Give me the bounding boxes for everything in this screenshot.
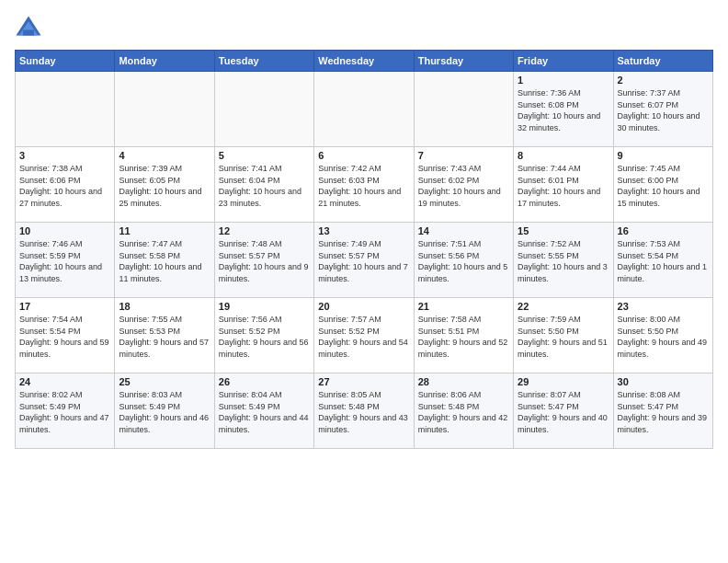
day-cell: 15Sunrise: 7:52 AMSunset: 5:55 PMDayligh…	[514, 223, 613, 298]
day-cell: 8Sunrise: 7:44 AMSunset: 6:01 PMDaylight…	[514, 147, 613, 223]
day-cell: 22Sunrise: 7:59 AMSunset: 5:50 PMDayligh…	[514, 298, 613, 373]
header-cell-tuesday: Tuesday	[214, 51, 313, 72]
day-number: 26	[219, 376, 310, 387]
day-number: 5	[219, 150, 310, 161]
day-info: Sunrise: 7:47 AMSunset: 5:58 PMDaylight:…	[119, 238, 210, 284]
day-info: Sunrise: 8:05 AMSunset: 5:48 PMDaylight:…	[318, 389, 409, 435]
day-cell: 10Sunrise: 7:46 AMSunset: 5:59 PMDayligh…	[16, 223, 115, 298]
day-info: Sunrise: 8:06 AMSunset: 5:48 PMDaylight:…	[418, 389, 509, 435]
day-cell: 12Sunrise: 7:48 AMSunset: 5:57 PMDayligh…	[214, 223, 313, 298]
day-info: Sunrise: 7:42 AMSunset: 6:03 PMDaylight:…	[318, 163, 409, 209]
day-cell: 20Sunrise: 7:57 AMSunset: 5:52 PMDayligh…	[314, 298, 414, 373]
day-cell: 1Sunrise: 7:36 AMSunset: 6:08 PMDaylight…	[514, 72, 613, 147]
day-number: 14	[418, 225, 509, 236]
day-info: Sunrise: 7:58 AMSunset: 5:51 PMDaylight:…	[418, 314, 509, 360]
day-cell: 23Sunrise: 8:00 AMSunset: 5:50 PMDayligh…	[613, 298, 712, 373]
page: SundayMondayTuesdayWednesdayThursdayFrid…	[0, 0, 728, 563]
header-cell-friday: Friday	[514, 51, 613, 72]
day-info: Sunrise: 8:07 AMSunset: 5:47 PMDaylight:…	[518, 389, 609, 435]
day-cell: 25Sunrise: 8:03 AMSunset: 5:49 PMDayligh…	[115, 373, 214, 449]
day-cell: 24Sunrise: 8:02 AMSunset: 5:49 PMDayligh…	[16, 373, 115, 449]
day-info: Sunrise: 7:52 AMSunset: 5:55 PMDaylight:…	[518, 238, 609, 284]
day-number: 23	[618, 301, 709, 312]
day-cell	[314, 72, 414, 147]
day-info: Sunrise: 7:59 AMSunset: 5:50 PMDaylight:…	[518, 314, 609, 360]
day-number: 21	[418, 301, 509, 312]
day-cell: 18Sunrise: 7:55 AMSunset: 5:53 PMDayligh…	[115, 298, 214, 373]
day-cell: 2Sunrise: 7:37 AMSunset: 6:07 PMDaylight…	[613, 72, 712, 147]
day-cell: 6Sunrise: 7:42 AMSunset: 6:03 PMDaylight…	[314, 147, 414, 223]
day-number: 1	[518, 75, 609, 86]
day-info: Sunrise: 7:39 AMSunset: 6:05 PMDaylight:…	[119, 163, 210, 209]
week-row-2: 3Sunrise: 7:38 AMSunset: 6:06 PMDaylight…	[16, 147, 713, 223]
day-cell: 30Sunrise: 8:08 AMSunset: 5:47 PMDayligh…	[613, 373, 712, 449]
day-info: Sunrise: 7:36 AMSunset: 6:08 PMDaylight:…	[518, 87, 609, 133]
day-cell: 17Sunrise: 7:54 AMSunset: 5:54 PMDayligh…	[16, 298, 115, 373]
day-number: 17	[19, 301, 110, 312]
day-number: 11	[119, 225, 210, 236]
day-cell: 13Sunrise: 7:49 AMSunset: 5:57 PMDayligh…	[314, 223, 414, 298]
day-cell: 11Sunrise: 7:47 AMSunset: 5:58 PMDayligh…	[115, 223, 214, 298]
day-info: Sunrise: 8:02 AMSunset: 5:49 PMDaylight:…	[19, 389, 110, 435]
day-cell	[214, 72, 313, 147]
day-cell: 29Sunrise: 8:07 AMSunset: 5:47 PMDayligh…	[514, 373, 613, 449]
day-cell: 27Sunrise: 8:05 AMSunset: 5:48 PMDayligh…	[314, 373, 414, 449]
day-cell	[16, 72, 115, 147]
day-info: Sunrise: 7:53 AMSunset: 5:54 PMDaylight:…	[618, 238, 709, 284]
day-number: 29	[518, 376, 609, 387]
day-number: 19	[219, 301, 310, 312]
day-number: 22	[518, 301, 609, 312]
day-cell: 5Sunrise: 7:41 AMSunset: 6:04 PMDaylight…	[214, 147, 313, 223]
day-number: 4	[119, 150, 210, 161]
day-info: Sunrise: 8:08 AMSunset: 5:47 PMDaylight:…	[618, 389, 709, 435]
day-cell: 16Sunrise: 7:53 AMSunset: 5:54 PMDayligh…	[613, 223, 712, 298]
week-row-1: 1Sunrise: 7:36 AMSunset: 6:08 PMDaylight…	[16, 72, 713, 147]
day-number: 24	[19, 376, 110, 387]
day-info: Sunrise: 8:04 AMSunset: 5:49 PMDaylight:…	[219, 389, 310, 435]
day-info: Sunrise: 7:49 AMSunset: 5:57 PMDaylight:…	[318, 238, 409, 284]
day-number: 10	[19, 225, 110, 236]
day-number: 6	[318, 150, 409, 161]
day-cell: 3Sunrise: 7:38 AMSunset: 6:06 PMDaylight…	[16, 147, 115, 223]
header-cell-monday: Monday	[115, 51, 214, 72]
header	[15, 15, 713, 42]
day-number: 20	[318, 301, 409, 312]
day-number: 9	[618, 150, 709, 161]
day-cell: 14Sunrise: 7:51 AMSunset: 5:56 PMDayligh…	[414, 223, 513, 298]
svg-rect-2	[23, 30, 34, 36]
day-info: Sunrise: 7:56 AMSunset: 5:52 PMDaylight:…	[219, 314, 310, 360]
calendar-table: SundayMondayTuesdayWednesdayThursdayFrid…	[15, 50, 713, 449]
day-number: 7	[418, 150, 509, 161]
header-cell-saturday: Saturday	[613, 51, 712, 72]
day-cell: 21Sunrise: 7:58 AMSunset: 5:51 PMDayligh…	[414, 298, 513, 373]
week-row-4: 17Sunrise: 7:54 AMSunset: 5:54 PMDayligh…	[16, 298, 713, 373]
week-row-5: 24Sunrise: 8:02 AMSunset: 5:49 PMDayligh…	[16, 373, 713, 449]
header-cell-wednesday: Wednesday	[314, 51, 414, 72]
day-number: 2	[618, 75, 709, 86]
day-number: 12	[219, 225, 310, 236]
day-number: 25	[119, 376, 210, 387]
day-info: Sunrise: 7:37 AMSunset: 6:07 PMDaylight:…	[618, 87, 709, 133]
day-info: Sunrise: 7:57 AMSunset: 5:52 PMDaylight:…	[318, 314, 409, 360]
day-cell: 28Sunrise: 8:06 AMSunset: 5:48 PMDayligh…	[414, 373, 513, 449]
day-info: Sunrise: 7:44 AMSunset: 6:01 PMDaylight:…	[518, 163, 609, 209]
day-number: 15	[518, 225, 609, 236]
day-info: Sunrise: 7:46 AMSunset: 5:59 PMDaylight:…	[19, 238, 110, 284]
day-number: 28	[418, 376, 509, 387]
day-info: Sunrise: 7:48 AMSunset: 5:57 PMDaylight:…	[219, 238, 310, 284]
day-cell: 7Sunrise: 7:43 AMSunset: 6:02 PMDaylight…	[414, 147, 513, 223]
day-info: Sunrise: 8:03 AMSunset: 5:49 PMDaylight:…	[119, 389, 210, 435]
calendar-header: SundayMondayTuesdayWednesdayThursdayFrid…	[16, 51, 713, 72]
day-info: Sunrise: 7:45 AMSunset: 6:00 PMDaylight:…	[618, 163, 709, 209]
day-number: 3	[19, 150, 110, 161]
day-cell	[115, 72, 214, 147]
day-number: 8	[518, 150, 609, 161]
day-info: Sunrise: 7:43 AMSunset: 6:02 PMDaylight:…	[418, 163, 509, 209]
day-cell: 26Sunrise: 8:04 AMSunset: 5:49 PMDayligh…	[214, 373, 313, 449]
day-info: Sunrise: 7:38 AMSunset: 6:06 PMDaylight:…	[19, 163, 110, 209]
header-cell-thursday: Thursday	[414, 51, 513, 72]
day-number: 16	[618, 225, 709, 236]
day-info: Sunrise: 7:51 AMSunset: 5:56 PMDaylight:…	[418, 238, 509, 284]
day-number: 18	[119, 301, 210, 312]
day-cell: 4Sunrise: 7:39 AMSunset: 6:05 PMDaylight…	[115, 147, 214, 223]
